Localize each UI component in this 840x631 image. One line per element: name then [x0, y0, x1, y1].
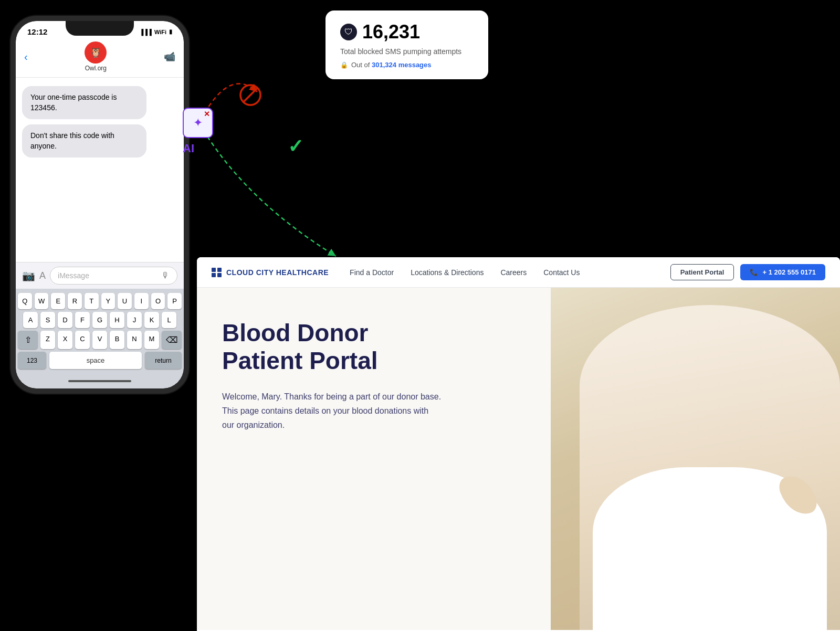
- hero-body: Welcome, Mary. Thanks for being a part o…: [222, 390, 443, 433]
- imessage-bar[interactable]: 📷 A iMessage 🎙: [16, 262, 184, 289]
- key-k[interactable]: K: [144, 312, 159, 328]
- key-q[interactable]: Q: [18, 293, 32, 309]
- key-shift[interactable]: ⇧: [18, 331, 38, 349]
- patient-portal-button[interactable]: Patient Portal: [670, 264, 734, 280]
- keyboard-row-2: A S D F G H J K L: [18, 312, 182, 328]
- stat-sub: 🔒 Out of 301,324 messages: [340, 61, 474, 69]
- key-m[interactable]: M: [144, 331, 159, 349]
- phone-mockup: 12:12 ▐▐▐ WiFi ▮ ‹ 🦉 Owl.org 📹 Your: [10, 16, 189, 394]
- site-hero: Blood DonorPatient Portal Welcome, Mary.…: [197, 288, 840, 630]
- logo-sq-4: [217, 273, 222, 277]
- key-g[interactable]: G: [92, 312, 107, 328]
- shield-icon: 🛡: [340, 24, 357, 40]
- stat-sub-link: 301,324 messages: [372, 61, 431, 69]
- key-b[interactable]: B: [110, 331, 124, 349]
- key-j[interactable]: J: [127, 312, 142, 328]
- key-v[interactable]: V: [92, 331, 107, 349]
- stat-description: Total blocked SMS pumping attempts: [340, 47, 474, 56]
- nav-actions: Patient Portal 📞 + 1 202 555 0171: [670, 264, 825, 280]
- key-r[interactable]: R: [68, 293, 82, 309]
- home-indicator: [16, 374, 184, 388]
- stat-sub-text: Out of 301,324 messages: [351, 61, 432, 69]
- keyboard-row-1: Q W E R T Y U I O P: [18, 293, 182, 309]
- nav-locations[interactable]: Locations & Directions: [411, 268, 484, 277]
- message-header: ‹ 🦉 Owl.org 📹: [16, 38, 184, 78]
- wifi-icon: WiFi: [154, 29, 166, 35]
- key-u[interactable]: U: [118, 293, 132, 309]
- key-d[interactable]: D: [58, 312, 72, 328]
- hero-image: [551, 288, 840, 630]
- key-return[interactable]: return: [145, 352, 182, 369]
- ai-box: ✕ ✦: [183, 108, 213, 138]
- home-bar: [68, 380, 131, 382]
- key-l[interactable]: L: [162, 312, 176, 328]
- phone-icon: 📞: [750, 268, 758, 276]
- key-w[interactable]: W: [35, 293, 49, 309]
- imessage-placeholder: iMessage: [58, 271, 89, 280]
- logo-text: CLOUD CITY HEALTHCARE: [226, 268, 329, 277]
- battery-icon: ▮: [169, 28, 172, 35]
- check-mark: ✓: [288, 135, 303, 157]
- key-e[interactable]: E: [51, 293, 65, 309]
- status-time: 12:12: [27, 27, 47, 36]
- key-z[interactable]: Z: [40, 331, 55, 349]
- stat-card-header: 🛡 16,231: [340, 21, 474, 43]
- messages-area: Your one-time passcode is 123456. Don't …: [16, 78, 184, 262]
- key-a[interactable]: A: [23, 312, 38, 328]
- key-c[interactable]: C: [75, 331, 90, 349]
- svg-line-1: [244, 88, 257, 102]
- back-button[interactable]: ‹: [24, 51, 28, 63]
- message-bubble-1: Your one-time passcode is 123456.: [22, 86, 146, 119]
- key-delete[interactable]: ⌫: [162, 331, 182, 349]
- key-n[interactable]: N: [127, 331, 142, 349]
- message-bubble-2: Don't share this code with anyone.: [22, 124, 146, 157]
- hero-title: Blood DonorPatient Portal: [222, 319, 526, 375]
- contact-avatar: 🦉: [85, 41, 107, 64]
- key-p[interactable]: P: [167, 293, 182, 309]
- mic-icon[interactable]: 🎙: [161, 271, 170, 280]
- logo-icon: [212, 268, 222, 277]
- camera-icon[interactable]: 📷: [22, 269, 35, 282]
- logo-sq-2: [217, 268, 222, 272]
- key-y[interactable]: Y: [101, 293, 116, 309]
- signal-icon: ▐▐▐: [139, 29, 151, 35]
- keyboard[interactable]: Q W E R T Y U I O P A S D F G H: [16, 289, 184, 374]
- stat-card: 🛡 16,231 Total blocked SMS pumping attem…: [326, 10, 488, 79]
- lock-icon: 🔒: [340, 61, 348, 69]
- contact-name: Owl.org: [85, 65, 107, 72]
- text-icon[interactable]: A: [39, 270, 46, 281]
- block-circle: [239, 84, 261, 106]
- x-icon: ✕: [204, 110, 210, 118]
- key-h[interactable]: H: [110, 312, 124, 328]
- site-logo: CLOUD CITY HEALTHCARE: [212, 268, 329, 277]
- keyboard-row-3: ⇧ Z X C V B N M ⌫: [18, 331, 182, 349]
- stat-number: 16,231: [362, 21, 420, 43]
- phone-button[interactable]: 📞 + 1 202 555 0171: [740, 264, 825, 280]
- website-section: CLOUD CITY HEALTHCARE Find a Doctor Loca…: [197, 257, 840, 631]
- sparkle-icon: ✦: [193, 116, 203, 130]
- key-x[interactable]: X: [58, 331, 72, 349]
- nav-links: Find a Doctor Locations & Directions Car…: [350, 268, 670, 277]
- key-i[interactable]: I: [134, 293, 149, 309]
- nav-contact[interactable]: Contact Us: [543, 268, 580, 277]
- key-s[interactable]: S: [40, 312, 55, 328]
- video-call-button[interactable]: 📹: [164, 51, 175, 62]
- nav-careers[interactable]: Careers: [500, 268, 527, 277]
- key-o[interactable]: O: [151, 293, 165, 309]
- nav-find-doctor[interactable]: Find a Doctor: [350, 268, 394, 277]
- keyboard-row-4: 123 space return: [18, 352, 182, 369]
- phone-number: + 1 202 555 0171: [762, 268, 816, 276]
- status-icons: ▐▐▐ WiFi ▮: [139, 28, 172, 35]
- phone-notch: [66, 21, 134, 36]
- hero-content: Blood DonorPatient Portal Welcome, Mary.…: [197, 288, 551, 630]
- contact-info: 🦉 Owl.org: [85, 41, 107, 72]
- ai-label: AI: [183, 142, 194, 155]
- key-space[interactable]: space: [49, 352, 142, 369]
- key-123[interactable]: 123: [18, 352, 46, 369]
- doctor-figure: [580, 305, 840, 630]
- key-f[interactable]: F: [75, 312, 90, 328]
- key-t[interactable]: T: [85, 293, 99, 309]
- imessage-input[interactable]: iMessage 🎙: [50, 267, 177, 285]
- site-nav: CLOUD CITY HEALTHCARE Find a Doctor Loca…: [197, 257, 840, 288]
- logo-sq-1: [212, 268, 216, 272]
